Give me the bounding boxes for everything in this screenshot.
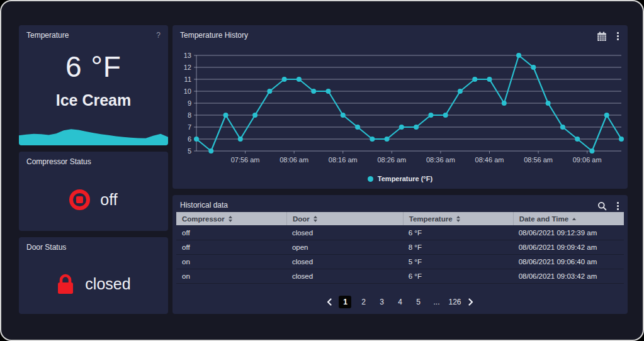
page-button-2[interactable]: 2 <box>357 296 370 308</box>
lock-icon <box>56 272 75 295</box>
column-header-date-and-time[interactable]: Date and Time <box>513 212 624 225</box>
table-row: onclosed5 °F08/06/2021 09:06:40 am <box>176 255 624 269</box>
temperature-value: 6 °F <box>19 50 168 84</box>
svg-text:08:16 am: 08:16 am <box>329 156 358 164</box>
page-button-5[interactable]: 5 <box>412 296 424 308</box>
historical-panel-title: Historical data <box>180 201 228 210</box>
table-cell: off <box>176 243 286 251</box>
door-status-panel: Door Status closed <box>19 237 168 314</box>
table-cell: on <box>176 258 286 266</box>
temperature-product-label: Ice Cream <box>19 91 168 109</box>
svg-text:09:06 am: 09:06 am <box>573 156 602 164</box>
svg-text:07:56 am: 07:56 am <box>231 156 260 164</box>
calendar-icon[interactable] <box>597 31 607 42</box>
column-label: Date and Time <box>519 215 568 223</box>
table-cell: 08/06/2021 09:12:39 am <box>513 229 624 237</box>
sort-icon <box>572 218 576 220</box>
kebab-menu-icon[interactable] <box>616 201 620 211</box>
page-button-126[interactable]: 126 <box>448 296 461 308</box>
door-panel-title: Door Status <box>26 243 66 252</box>
stop-icon <box>69 189 90 210</box>
table-row: offopen8 °F08/06/2021 09:09:42 am <box>176 240 624 255</box>
table-body: offclosed6 °F08/06/2021 09:12:39 amoffop… <box>176 226 624 284</box>
svg-text:13: 13 <box>184 52 191 59</box>
sort-icon <box>456 216 460 222</box>
column-label: Door <box>293 215 310 223</box>
svg-text:6: 6 <box>188 135 191 143</box>
svg-text:5: 5 <box>188 147 191 155</box>
search-icon[interactable] <box>597 201 607 211</box>
page-button-4[interactable]: 4 <box>393 296 406 308</box>
svg-text:08:46 am: 08:46 am <box>475 156 504 164</box>
table-row: onclosed6 °F08/06/2021 09:03:42 am <box>176 269 624 284</box>
svg-text:8: 8 <box>188 111 191 119</box>
svg-text:08:36 am: 08:36 am <box>426 156 455 164</box>
table-cell: 08/06/2021 09:09:42 am <box>513 243 624 251</box>
column-label: Temperature <box>409 215 453 223</box>
table-cell: on <box>176 272 286 280</box>
table-header-row: CompressorDoorTemperatureDate and Time <box>176 212 624 225</box>
sort-icon <box>229 216 232 222</box>
column-header-compressor[interactable]: Compressor <box>176 212 286 225</box>
compressor-status-panel: Compressor Status off <box>19 152 168 231</box>
table-cell: 08/06/2021 09:03:42 am <box>513 272 624 280</box>
svg-text:08:26 am: 08:26 am <box>377 156 406 164</box>
column-header-temperature[interactable]: Temperature <box>403 212 513 225</box>
table-row: offclosed6 °F08/06/2021 09:12:39 am <box>176 226 624 240</box>
historical-data-panel: Historical data CompressorDoorTemperatur… <box>172 195 628 314</box>
table-cell: off <box>176 229 286 237</box>
temperature-panel-title: Temperature <box>26 31 69 40</box>
svg-text:12: 12 <box>184 64 191 71</box>
temperature-history-chart[interactable]: 567891011121307:56 am08:06 am08:16 am08:… <box>172 50 628 167</box>
help-icon[interactable]: ? <box>156 31 161 40</box>
svg-text:9: 9 <box>188 99 191 107</box>
kebab-menu-icon[interactable] <box>616 31 620 42</box>
chart-legend[interactable]: Temperature (°F) <box>172 175 628 182</box>
compressor-status-value: off <box>100 191 117 209</box>
dashboard-window: Temperature ? 6 °F Ice Cream Compressor … <box>0 0 644 341</box>
svg-text:08:56 am: 08:56 am <box>524 156 553 164</box>
svg-text:7: 7 <box>188 123 191 131</box>
history-panel-title: Temperature History <box>180 31 248 40</box>
chevron-right-icon[interactable] <box>467 298 474 306</box>
door-status-value: closed <box>85 275 130 293</box>
column-label: Compressor <box>182 215 225 223</box>
table-cell: open <box>286 243 403 251</box>
table-cell: closed <box>286 272 403 280</box>
legend-dot-icon <box>368 176 373 182</box>
pagination: 12345...126 <box>172 296 628 308</box>
temperature-sparkline-chart <box>19 125 168 145</box>
table-cell: 08/06/2021 09:06:40 am <box>513 258 624 266</box>
svg-text:11: 11 <box>184 75 191 83</box>
table-cell: 6 °F <box>403 272 513 280</box>
temperature-history-panel: Temperature History 567891011121307:56 a… <box>172 25 628 189</box>
sort-icon <box>314 216 317 222</box>
page-button-1[interactable]: 1 <box>339 296 351 308</box>
page-button-3[interactable]: 3 <box>375 296 388 308</box>
table-cell: closed <box>286 229 403 237</box>
temperature-panel: Temperature ? 6 °F Ice Cream <box>19 25 168 145</box>
column-header-door[interactable]: Door <box>286 212 403 225</box>
svg-text:10: 10 <box>184 87 191 95</box>
chevron-left-icon[interactable] <box>326 298 333 306</box>
legend-label: Temperature (°F) <box>378 175 432 182</box>
table-cell: 8 °F <box>403 243 513 251</box>
table-cell: 5 °F <box>403 258 513 266</box>
compressor-panel-title: Compressor Status <box>26 157 91 166</box>
svg-text:08:06 am: 08:06 am <box>280 156 308 164</box>
table-cell: closed <box>286 258 403 266</box>
table-cell: 6 °F <box>403 229 513 237</box>
page-ellipsis: ... <box>430 296 443 308</box>
